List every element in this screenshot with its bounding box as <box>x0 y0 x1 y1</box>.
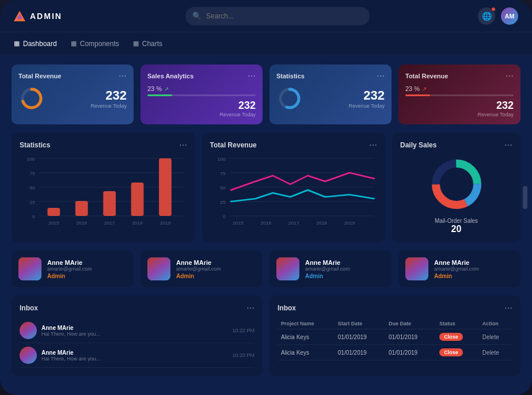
stat-number-3: 232 <box>349 88 385 103</box>
nav-components[interactable]: ▦ Components <box>71 37 119 50</box>
svg-text:2018: 2018 <box>316 221 327 226</box>
stat-card-menu-1[interactable]: ⋯ <box>119 71 127 81</box>
svg-rect-15 <box>75 201 88 216</box>
stat-card-statistics: Statistics ⋯ 232 Revenue Today <box>269 64 392 124</box>
donut-chart-card: Daily Sales ⋯ <box>392 132 520 242</box>
stat-number-4: 232 <box>478 100 514 112</box>
stat-number-2: 232 <box>220 100 256 112</box>
svg-text:2017: 2017 <box>288 221 299 226</box>
user-avatar[interactable]: AM <box>501 7 518 25</box>
daily-sales-donut <box>428 155 485 213</box>
msg-time-0: 10:22 PM <box>232 328 254 333</box>
svg-text:75: 75 <box>29 172 35 176</box>
donut-chart-1 <box>18 85 45 112</box>
charts-icon: ▦ <box>133 40 139 47</box>
svg-text:50: 50 <box>29 186 35 191</box>
components-icon: ▦ <box>71 40 77 47</box>
stat-label-1: Revenue Today <box>91 103 127 109</box>
table-menu[interactable]: ⋯ <box>504 303 512 313</box>
cell-action-1[interactable]: Delete <box>479 345 512 360</box>
svg-text:25: 25 <box>220 200 225 205</box>
cell-project-1: Alicia Keys <box>278 345 335 360</box>
stat-card-menu-2[interactable]: ⋯ <box>248 71 256 81</box>
donut-chart-3 <box>276 85 303 112</box>
action-link-0[interactable]: Delete <box>482 334 499 340</box>
svg-text:25: 25 <box>29 200 35 205</box>
stat-card-title-4: Total Revenue <box>405 73 448 79</box>
user-role-2: Admin <box>305 273 385 279</box>
table-row-1: Alicia Keys 01/01/2019 01/01/2019 Close … <box>278 345 512 360</box>
bar-chart-menu[interactable]: ⋯ <box>179 140 187 150</box>
nav-components-label: Components <box>80 40 119 48</box>
stat-card-menu-4[interactable]: ⋯ <box>506 71 514 81</box>
svg-text:100: 100 <box>217 157 226 162</box>
col-due: Due Date <box>385 318 436 329</box>
inbox-message-1: Anne MArie Hai There, How are you... 10:… <box>20 343 254 368</box>
user-email-2: amarie@gmail.com <box>305 266 385 272</box>
donut-chart-title: Daily Sales <box>400 141 436 149</box>
user-role-3: Admin <box>434 273 514 279</box>
logo-area: ADMIN <box>14 11 77 21</box>
msg-text-1: Hai There, How are you... <box>41 356 227 362</box>
status-badge-0: Close <box>439 333 463 341</box>
col-project: Project Name <box>278 318 335 329</box>
daily-sales-count: 20 <box>451 224 462 234</box>
action-link-1[interactable]: Delete <box>482 350 499 356</box>
cell-due-0: 01/01/2019 <box>385 329 436 345</box>
col-status: Status <box>436 318 479 329</box>
notifications-button[interactable]: 🌐 <box>478 7 495 25</box>
svg-rect-14 <box>47 208 60 216</box>
stat-card-title-1: Total Revenue <box>18 73 61 79</box>
svg-text:2017: 2017 <box>104 221 115 226</box>
search-bar[interactable]: 🔍 <box>185 7 370 25</box>
svg-text:2015: 2015 <box>48 221 59 226</box>
svg-text:2019: 2019 <box>160 221 171 226</box>
notification-dot <box>491 7 496 12</box>
stat-number-1: 232 <box>91 88 127 103</box>
donut-chart-menu[interactable]: ⋯ <box>504 140 512 150</box>
line-chart-menu[interactable]: ⋯ <box>369 140 377 150</box>
inbox-table-card: Inbox ⋯ Project Name Start Date Due Date… <box>269 295 520 376</box>
stat-card-total-revenue-2: Total Revenue ⋯ 23 % ↗ 232 <box>398 64 520 124</box>
nav-dashboard[interactable]: ▦ Dashboard <box>14 37 57 50</box>
user-avatar-1 <box>147 257 170 280</box>
line-chart-area: 100 75 50 25 0 2015 2016 2017 2018 <box>210 155 378 230</box>
svg-text:2018: 2018 <box>132 221 143 226</box>
stat-card-menu-3[interactable]: ⋯ <box>377 71 385 81</box>
daily-sales-label: Mail-Order Sales <box>435 218 478 224</box>
svg-text:2016: 2016 <box>76 221 87 226</box>
stat-label-3: Revenue Today <box>349 103 385 109</box>
stat-card-title-3: Statistics <box>276 73 305 79</box>
scroll-indicator <box>523 186 527 209</box>
stat-label-4: Revenue Today <box>478 112 514 117</box>
search-input[interactable] <box>206 12 363 20</box>
user-email-1: amarie@gmail.com <box>176 266 256 272</box>
user-name-1: Anne MArie <box>176 259 256 266</box>
user-info-2: Anne MArie amarie@gmail.com Admin <box>305 259 385 279</box>
search-icon: 🔍 <box>192 12 202 20</box>
cell-action-0[interactable]: Delete <box>479 329 512 345</box>
user-info-1: Anne MArie amarie@gmail.com Admin <box>176 259 256 279</box>
device-frame: ADMIN 🔍 🌐 AM ▦ Dashboard ▦ Components ▦ … <box>0 0 532 395</box>
cell-status-1: Close <box>436 345 479 360</box>
svg-text:2019: 2019 <box>344 221 355 226</box>
user-info-3: Anne MArie amarie@gmail.com Admin <box>434 259 514 279</box>
cell-start-1: 01/01/2019 <box>335 345 385 360</box>
line-chart-card: Total Revenue ⋯ 100 75 50 <box>202 132 386 242</box>
user-avatar-2 <box>276 257 299 280</box>
status-badge-1: Close <box>439 348 463 356</box>
cell-start-0: 01/01/2019 <box>335 329 385 345</box>
inbox-messages-card: Inbox ⋯ Anne MArie Hai There, How are yo… <box>12 295 263 376</box>
table-title: Inbox <box>278 304 296 312</box>
bar-chart-card: Statistics ⋯ 100 <box>12 132 195 242</box>
svg-text:75: 75 <box>220 172 225 176</box>
svg-rect-18 <box>159 158 172 216</box>
user-avatar-3 <box>405 257 428 280</box>
nav-charts[interactable]: ▦ Charts <box>133 37 162 50</box>
user-avatar-img-0 <box>18 257 41 280</box>
svg-text:100: 100 <box>26 157 35 162</box>
inbox-menu[interactable]: ⋯ <box>246 303 254 313</box>
user-avatar-img-3 <box>405 257 428 280</box>
msg-name-0: Anne MArie <box>41 325 227 331</box>
progress-fill-2 <box>147 94 172 96</box>
